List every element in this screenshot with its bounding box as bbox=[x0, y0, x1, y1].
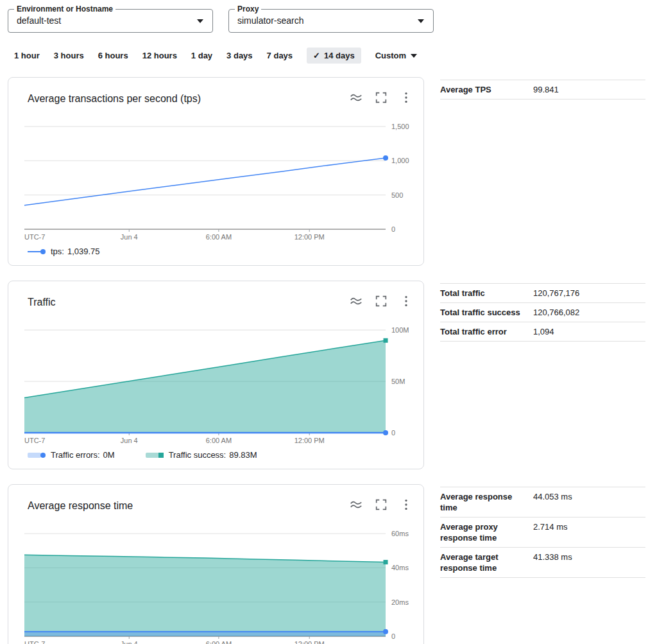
svg-text:0: 0 bbox=[391, 429, 395, 437]
stat-value: 120,767,176 bbox=[533, 288, 579, 299]
dropdown-arrow-icon bbox=[411, 54, 417, 58]
tps-chart-canvas[interactable]: 05001,0001,500UTC-7Jun 46:00 AM12:00 PM bbox=[8, 115, 425, 247]
more-options-icon[interactable] bbox=[399, 294, 413, 308]
svg-text:40ms: 40ms bbox=[391, 564, 409, 571]
stat-row: Average target response time 41.338 ms bbox=[440, 547, 645, 577]
legend-entry-traffic-errors: Traffic errors: 0M bbox=[28, 450, 115, 460]
fullscreen-icon[interactable] bbox=[374, 294, 388, 308]
svg-text:6:00 AM: 6:00 AM bbox=[206, 233, 232, 241]
tps-legend: tps: 1,039.75 bbox=[28, 247, 131, 256]
time-range-14-days-label: 14 days bbox=[324, 51, 355, 60]
time-range-12-hours[interactable]: 12 hours bbox=[142, 48, 177, 64]
tps-stats-panel: Average TPS 99.841 bbox=[440, 80, 645, 100]
legend-label: Traffic success: bbox=[169, 450, 226, 460]
stat-label: Total traffic error bbox=[440, 326, 524, 337]
response-time-card: Average response time 020ms40ms60msUTC-7… bbox=[8, 484, 424, 644]
time-range-bar: 1 hour 3 hours 6 hours 12 hours 1 day 3 … bbox=[14, 48, 417, 64]
stat-label: Total traffic success bbox=[440, 307, 524, 318]
legend-entry-tps: tps: 1,039.75 bbox=[28, 247, 100, 256]
svg-text:6:00 AM: 6:00 AM bbox=[206, 437, 232, 444]
proxy-select[interactable]: Proxy simulator-search bbox=[228, 9, 434, 33]
svg-text:Jun 4: Jun 4 bbox=[121, 233, 138, 241]
svg-text:12:00 PM: 12:00 PM bbox=[294, 640, 325, 644]
svg-text:12:00 PM: 12:00 PM bbox=[294, 233, 325, 241]
time-range-3-hours[interactable]: 3 hours bbox=[54, 48, 84, 64]
svg-text:100M: 100M bbox=[391, 326, 409, 334]
traffic-card-title: Traffic bbox=[28, 297, 56, 308]
legend-label: Traffic errors: bbox=[51, 450, 100, 460]
line-series-marker-icon bbox=[28, 248, 46, 255]
traffic-legend: Traffic errors: 0M Traffic success: 89.8… bbox=[28, 450, 288, 460]
more-options-icon[interactable] bbox=[399, 498, 413, 512]
traffic-chart-canvas[interactable]: 050M100MUTC-7Jun 46:00 AM12:00 PM bbox=[8, 318, 425, 450]
environment-select-label: Environment or Hostname bbox=[14, 4, 115, 13]
chart-type-icon[interactable] bbox=[349, 294, 363, 308]
svg-text:60ms: 60ms bbox=[391, 530, 409, 537]
stat-value: 1,094 bbox=[533, 326, 554, 337]
svg-text:Jun 4: Jun 4 bbox=[121, 640, 138, 644]
stat-row: Average proxy response time 2.714 ms bbox=[440, 517, 645, 547]
legend-label: tps: bbox=[51, 247, 64, 256]
svg-text:UTC-7: UTC-7 bbox=[24, 640, 45, 644]
time-range-1-hour[interactable]: 1 hour bbox=[14, 48, 40, 64]
time-range-3-days[interactable]: 3 days bbox=[226, 48, 252, 64]
check-icon: ✓ bbox=[313, 51, 320, 60]
area-series-marker-icon bbox=[28, 452, 46, 458]
stat-value: 2.714 ms bbox=[533, 521, 567, 532]
more-options-icon[interactable] bbox=[399, 91, 413, 105]
stat-label: Average response time bbox=[440, 491, 524, 513]
stat-value: 99.841 bbox=[533, 84, 559, 95]
response-time-card-title: Average response time bbox=[28, 500, 133, 512]
stat-value: 41.338 ms bbox=[533, 552, 572, 562]
tps-card: Average transactions per second (tps) 05… bbox=[8, 77, 424, 266]
stat-label: Average TPS bbox=[440, 84, 524, 95]
time-range-1-day[interactable]: 1 day bbox=[191, 48, 212, 64]
svg-text:50M: 50M bbox=[391, 378, 405, 385]
time-range-7-days[interactable]: 7 days bbox=[267, 48, 293, 64]
fullscreen-icon[interactable] bbox=[374, 498, 388, 512]
proxy-select-label: Proxy bbox=[235, 4, 261, 13]
svg-text:UTC-7: UTC-7 bbox=[24, 437, 45, 444]
stat-row: Total traffic success 120,766,082 bbox=[440, 302, 645, 322]
response-time-chart-canvas[interactable]: 020ms40ms60msUTC-7Jun 46:00 AM12:00 PM bbox=[8, 522, 425, 644]
chart-type-icon[interactable] bbox=[349, 91, 363, 105]
svg-text:0: 0 bbox=[391, 225, 395, 233]
svg-text:6:00 AM: 6:00 AM bbox=[206, 640, 232, 644]
time-range-custom-label: Custom bbox=[375, 51, 406, 60]
stat-row: Average TPS 99.841 bbox=[440, 80, 645, 99]
legend-value: 1,039.75 bbox=[67, 247, 100, 256]
fullscreen-icon[interactable] bbox=[374, 91, 388, 105]
time-range-14-days[interactable]: ✓ 14 days bbox=[307, 48, 361, 64]
dropdown-arrow-icon bbox=[418, 19, 424, 23]
tps-card-title: Average transactions per second (tps) bbox=[28, 93, 201, 105]
svg-text:1,000: 1,000 bbox=[391, 157, 409, 164]
stat-label: Average target response time bbox=[440, 552, 524, 573]
svg-text:0: 0 bbox=[391, 632, 395, 640]
traffic-card: Traffic 050M100MUTC-7Jun 46:00 AM12:00 P… bbox=[8, 281, 424, 469]
svg-text:12:00 PM: 12:00 PM bbox=[294, 437, 325, 444]
stat-row: Total traffic error 1,094 bbox=[440, 322, 645, 341]
stat-value: 120,766,082 bbox=[533, 307, 579, 318]
response-time-stats-panel: Average response time 44.053 ms Average … bbox=[440, 487, 645, 578]
svg-text:UTC-7: UTC-7 bbox=[24, 233, 45, 241]
svg-text:Jun 4: Jun 4 bbox=[121, 437, 138, 444]
svg-text:500: 500 bbox=[391, 191, 403, 199]
stat-label: Total traffic bbox=[440, 288, 524, 299]
time-range-custom[interactable]: Custom bbox=[375, 48, 417, 64]
legend-value: 0M bbox=[103, 450, 115, 460]
stat-row: Average response time 44.053 ms bbox=[440, 487, 645, 517]
svg-text:1,500: 1,500 bbox=[391, 123, 409, 130]
stat-row: Total traffic 120,767,176 bbox=[440, 283, 645, 302]
environment-select[interactable]: Environment or Hostname default-test bbox=[8, 9, 213, 33]
chart-type-icon[interactable] bbox=[349, 498, 363, 512]
area-series-marker-icon bbox=[146, 452, 164, 458]
dropdown-arrow-icon bbox=[197, 19, 203, 23]
legend-entry-traffic-success: Traffic success: 89.83M bbox=[146, 450, 257, 460]
traffic-stats-panel: Total traffic 120,767,176 Total traffic … bbox=[440, 283, 645, 342]
time-range-6-hours[interactable]: 6 hours bbox=[98, 48, 128, 64]
svg-text:20ms: 20ms bbox=[391, 598, 409, 606]
stat-label: Average proxy response time bbox=[440, 521, 524, 543]
stat-value: 44.053 ms bbox=[533, 491, 572, 502]
legend-value: 89.83M bbox=[229, 450, 257, 460]
